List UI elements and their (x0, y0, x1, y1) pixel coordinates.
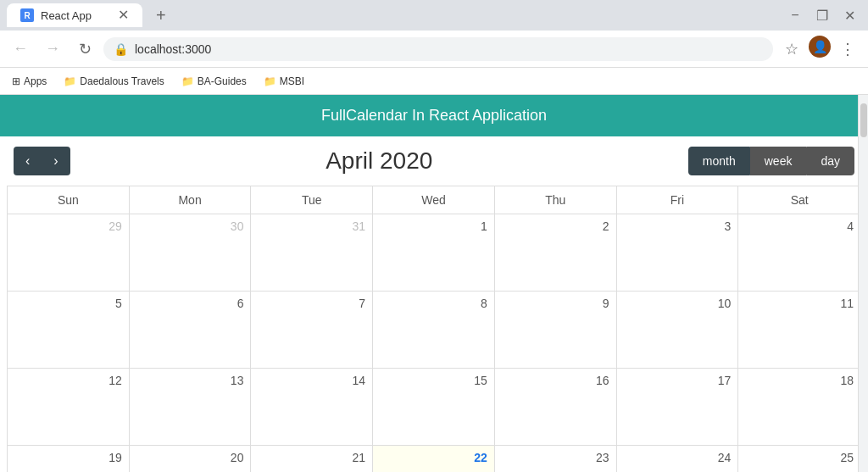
header-sun: Sun (8, 186, 130, 214)
day-cell[interactable]: 222:08p Today (373, 446, 495, 472)
day-cell[interactable]: 3 (617, 214, 739, 291)
day-cell[interactable]: 15 (373, 369, 495, 445)
forward-button[interactable]: → (39, 36, 66, 63)
minimize-button[interactable]: − (783, 3, 807, 27)
week-view-button[interactable]: week (750, 147, 807, 175)
lock-icon: 🔒 (114, 42, 128, 56)
day-cell[interactable]: 24 (617, 446, 739, 472)
day-number: 3 (622, 218, 733, 235)
day-cell[interactable]: 14 (251, 369, 373, 445)
day-number: 6 (135, 295, 246, 312)
day-cell[interactable]: 12 (8, 369, 130, 445)
refresh-button[interactable]: ↻ (71, 36, 98, 63)
bookmark-ba-guides[interactable]: 📁 BA-Guides (176, 74, 252, 89)
day-number: 9 (500, 295, 611, 312)
bookmark-label-1: Daedalous Travels (80, 75, 164, 87)
menu-button[interactable]: ⋮ (834, 36, 861, 63)
header-mon: Mon (130, 186, 252, 214)
day-cell[interactable]: 20 (130, 446, 252, 472)
day-number: 7 (256, 295, 367, 312)
day-cell[interactable]: 5 (8, 292, 130, 368)
day-number: 5 (13, 295, 124, 312)
header-fri: Fri (617, 186, 739, 214)
bookmarks-apps[interactable]: ⊞ Apps (7, 74, 52, 89)
bookmark-daedalous[interactable]: 📁 Daedalous Travels (58, 74, 169, 89)
bookmark-label-3: MSBI (280, 75, 304, 87)
user-avatar[interactable]: 👤 (809, 36, 831, 58)
day-number: 30 (135, 218, 246, 235)
day-number: 19 (13, 449, 124, 466)
day-cell[interactable]: 23 (495, 446, 617, 472)
day-cell[interactable]: 2 (495, 214, 617, 291)
day-number: 18 (743, 372, 855, 389)
nav-icons: ☆ 👤 ⋮ (778, 36, 861, 63)
calendar-days-header: Sun Mon Tue Wed Thu Fri Sat (8, 186, 860, 214)
folder-icon-2: 📁 (181, 75, 194, 87)
day-number: 12 (13, 372, 124, 389)
active-tab[interactable]: R React App ✕ (7, 3, 142, 27)
day-number: 24 (622, 449, 733, 466)
new-tab-button[interactable]: + (149, 3, 173, 29)
day-cell[interactable]: 16 (495, 369, 617, 445)
day-number: 20 (135, 449, 246, 466)
week-row-1: 567891011 (8, 292, 860, 369)
window-controls: − ❐ ✕ (783, 3, 861, 27)
day-number: 22 (378, 449, 489, 466)
day-number: 29 (13, 218, 124, 235)
address-bar[interactable]: 🔒 localhost:3000 (103, 37, 773, 61)
day-cell[interactable]: 13 (130, 369, 252, 445)
prev-button[interactable]: ‹ (14, 147, 42, 175)
header-thu: Thu (495, 186, 617, 214)
header-wed: Wed (373, 186, 495, 214)
title-bar: R React App ✕ + − ❐ ✕ (0, 0, 868, 31)
day-number: 16 (500, 372, 611, 389)
apps-label: Apps (24, 75, 47, 87)
next-button[interactable]: › (42, 147, 70, 175)
day-number: 31 (256, 218, 367, 235)
header-tue: Tue (251, 186, 373, 214)
bookmark-label-2: BA-Guides (198, 75, 247, 87)
day-number: 21 (256, 449, 367, 466)
day-number: 17 (622, 372, 733, 389)
day-cell[interactable]: 4 (738, 214, 860, 291)
calendar-weeks: 2930311234567891011121314151617181920212… (8, 214, 860, 472)
bookmark-star-button[interactable]: ☆ (778, 36, 805, 63)
day-cell[interactable]: 30 (130, 214, 252, 291)
day-cell[interactable]: 21 (251, 446, 373, 472)
day-number: 25 (743, 449, 855, 466)
day-cell[interactable]: 18 (738, 369, 860, 445)
maximize-button[interactable]: ❐ (810, 3, 834, 27)
day-cell[interactable]: 17 (617, 369, 739, 445)
day-cell[interactable]: 31 (251, 214, 373, 291)
tab-favicon: R (20, 8, 34, 22)
back-button[interactable]: ← (7, 36, 34, 63)
apps-grid-icon: ⊞ (12, 75, 20, 87)
day-cell[interactable]: 8 (373, 292, 495, 368)
day-cell[interactable]: 1 (373, 214, 495, 291)
calendar-nav: ‹ › April 2020 month week day (0, 136, 868, 186)
bookmark-msbi[interactable]: 📁 MSBI (259, 74, 309, 89)
day-number: 8 (378, 295, 489, 312)
close-window-button[interactable]: ✕ (837, 3, 861, 27)
day-cell[interactable]: 11 (738, 292, 860, 368)
day-view-button[interactable]: day (806, 147, 854, 175)
calendar-grid: Sun Mon Tue Wed Thu Fri Sat 293031123456… (7, 186, 861, 472)
day-cell[interactable]: 6 (130, 292, 252, 368)
view-buttons: month week day (688, 147, 854, 175)
close-tab-button[interactable]: ✕ (118, 8, 129, 22)
week-row-2: 12131415161718 (8, 369, 860, 446)
day-cell[interactable]: 7 (251, 292, 373, 368)
tab-title: React App (41, 9, 111, 22)
month-view-button[interactable]: month (688, 147, 750, 175)
day-cell[interactable]: 29 (8, 214, 130, 291)
day-cell[interactable]: 25 (738, 446, 860, 472)
day-cell[interactable]: 19 (8, 446, 130, 472)
day-cell[interactable]: 9 (495, 292, 617, 368)
day-cell[interactable]: 10 (617, 292, 739, 368)
tab-area: R React App ✕ (7, 3, 142, 27)
day-number: 10 (622, 295, 733, 312)
day-number: 23 (500, 449, 611, 466)
folder-icon-3: 📁 (264, 75, 276, 87)
nav-arrows: ‹ › (14, 147, 70, 175)
day-number: 1 (378, 218, 489, 235)
